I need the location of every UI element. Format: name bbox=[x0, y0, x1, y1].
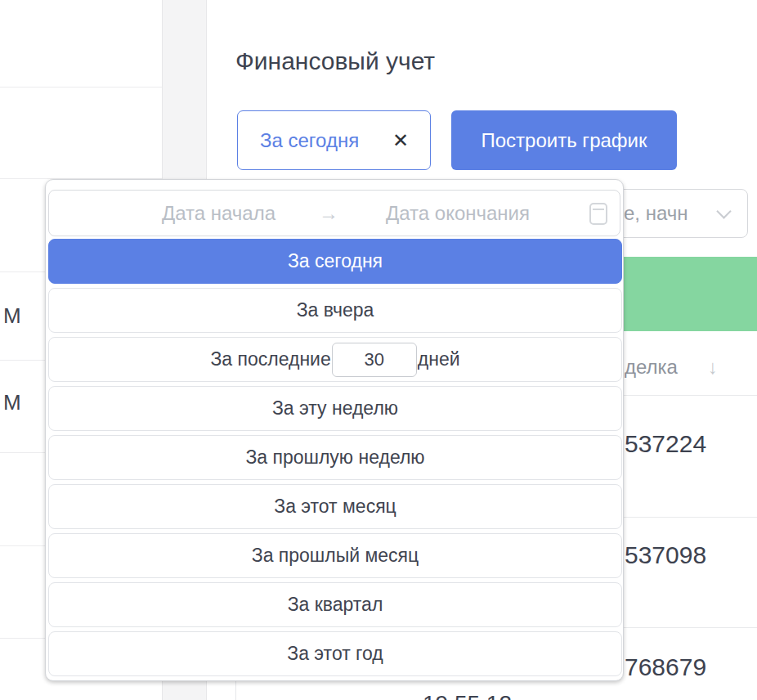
option-last-n-days-prefix: За последние bbox=[210, 348, 330, 370]
deal-number-cell: 768679 bbox=[625, 653, 706, 681]
left-table-row-divider bbox=[0, 87, 162, 88]
left-table-cell-fragment: М bbox=[3, 303, 21, 329]
period-select-value: За сегодня bbox=[260, 129, 359, 152]
days-count-input[interactable] bbox=[332, 343, 417, 377]
build-chart-button[interactable]: Построить график bbox=[451, 110, 677, 170]
option-last-n-days-suffix: дней bbox=[418, 348, 460, 370]
option-this-year[interactable]: За этот год bbox=[48, 631, 622, 676]
clear-icon[interactable]: ✕ bbox=[392, 129, 409, 152]
chevron-down-icon bbox=[716, 204, 731, 218]
option-today[interactable]: За сегодня bbox=[48, 239, 622, 284]
left-table-cell-fragment: М bbox=[3, 390, 21, 415]
time-cell-fragment: 19.55.12 bbox=[423, 691, 512, 700]
date-range-picker[interactable]: → bbox=[48, 190, 620, 236]
range-arrow-icon: → bbox=[319, 202, 338, 225]
screen: М М Финансовый учет За сегодня ✕ Построи… bbox=[0, 0, 757, 700]
option-this-month[interactable]: За этот месяц bbox=[48, 484, 622, 529]
date-end-input[interactable] bbox=[360, 191, 556, 236]
period-select-trigger[interactable]: За сегодня ✕ bbox=[237, 110, 431, 170]
option-this-week[interactable]: За эту неделю bbox=[48, 386, 622, 431]
deal-number-cell: 537224 bbox=[625, 430, 706, 458]
option-yesterday[interactable]: За вчера bbox=[48, 288, 622, 333]
date-start-input[interactable] bbox=[94, 191, 343, 236]
option-last-week[interactable]: За прошлую неделю bbox=[48, 435, 622, 480]
sort-descending-icon[interactable]: ↓ bbox=[708, 356, 718, 379]
calendar-icon[interactable] bbox=[589, 203, 607, 225]
period-dropdown-panel: → За сегодня За вчера За последние дней … bbox=[45, 179, 624, 681]
deal-number-cell: 537098 bbox=[625, 541, 706, 569]
option-last-n-days[interactable]: За последние дней bbox=[48, 337, 622, 382]
column-header-deal[interactable]: делка bbox=[625, 356, 678, 379]
option-quarter[interactable]: За квартал bbox=[48, 582, 622, 627]
option-last-month[interactable]: За прошлый месяц bbox=[48, 533, 622, 578]
page-title: Финансовый учет bbox=[235, 47, 435, 75]
background-select-value: е, начн bbox=[624, 202, 688, 225]
